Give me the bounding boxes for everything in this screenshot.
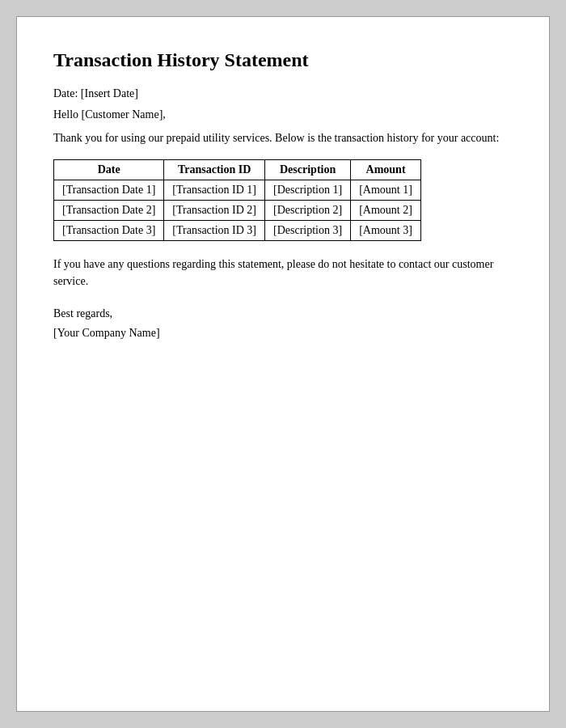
table-row: [Transaction Date 1][Transaction ID 1][D… bbox=[54, 180, 421, 201]
table-cell-r2-c0: [Transaction Date 3] bbox=[54, 221, 164, 241]
document-page: Transaction History Statement Date: [Ins… bbox=[16, 16, 550, 712]
table-cell-r0-c0: [Transaction Date 1] bbox=[54, 180, 164, 201]
table-cell-r1-c2: [Description 2] bbox=[265, 201, 351, 221]
greeting-line: Hello [Customer Name], bbox=[53, 108, 513, 121]
table-row: [Transaction Date 3][Transaction ID 3][D… bbox=[54, 221, 421, 241]
table-cell-r2-c2: [Description 3] bbox=[265, 221, 351, 241]
sign-off-line2: [Your Company Name] bbox=[53, 324, 513, 343]
table-cell-r0-c1: [Transaction ID 1] bbox=[164, 180, 265, 201]
col-header-date: Date bbox=[54, 160, 164, 180]
table-cell-r1-c3: [Amount 2] bbox=[351, 201, 421, 221]
table-header-row: Date Transaction ID Description Amount bbox=[54, 160, 421, 180]
date-line: Date: [Insert Date] bbox=[53, 87, 513, 100]
intro-text: Thank you for using our prepaid utility … bbox=[53, 129, 513, 146]
table-cell-r0-c2: [Description 1] bbox=[265, 180, 351, 201]
table-cell-r2-c1: [Transaction ID 3] bbox=[164, 221, 265, 241]
table-row: [Transaction Date 2][Transaction ID 2][D… bbox=[54, 201, 421, 221]
col-header-description: Description bbox=[265, 160, 351, 180]
table-cell-r2-c3: [Amount 3] bbox=[351, 221, 421, 241]
sign-off-line1: Best regards, bbox=[53, 304, 513, 324]
document-title: Transaction History Statement bbox=[53, 49, 513, 71]
col-header-transaction-id: Transaction ID bbox=[164, 160, 265, 180]
table-cell-r1-c0: [Transaction Date 2] bbox=[54, 201, 164, 221]
col-header-amount: Amount bbox=[351, 160, 421, 180]
transaction-table: Date Transaction ID Description Amount [… bbox=[53, 159, 421, 241]
table-cell-r1-c1: [Transaction ID 2] bbox=[164, 201, 265, 221]
footer-text: If you have any questions regarding this… bbox=[53, 256, 513, 290]
sign-off-block: Best regards, [Your Company Name] bbox=[53, 304, 513, 343]
table-cell-r0-c3: [Amount 1] bbox=[351, 180, 421, 201]
